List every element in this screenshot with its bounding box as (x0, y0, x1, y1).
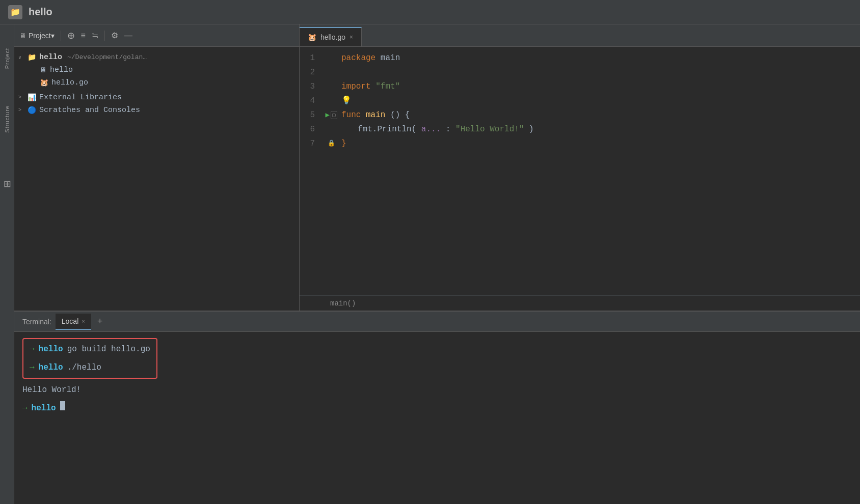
toolbar-project-label: Project▾ (29, 32, 55, 40)
collapse-icon[interactable]: ▢ (331, 111, 337, 119)
terminal-cursor (60, 401, 65, 410)
file-tree-toolbar: 🖥 Project▾ ⊕ ≡ ≒ ⚙ (14, 24, 299, 47)
tree-item-hello-root[interactable]: ∨ 📁 hello ~/Development/golan… (14, 51, 299, 64)
file-icon-binary: 🖥 (40, 66, 47, 74)
toolbar-project-dropdown[interactable]: 🖥 Project▾ (19, 32, 55, 40)
editor-footer: main() (300, 295, 860, 311)
code-line-6: 6 fmt.Println( a... : "Hello World!" ) (300, 122, 860, 136)
file-tree-content: ∨ 📁 hello ~/Development/golan… 🖥 hello (14, 47, 299, 311)
editor-tabs: 🐹 hello.go × (300, 24, 860, 47)
line-code-7: } (337, 136, 860, 151)
sidebar-label-project[interactable]: Project (3, 45, 11, 72)
lightbulb-icon[interactable]: 💡 (341, 96, 352, 105)
line-num-7: 7 (300, 136, 325, 151)
main-layout: Project Structure ⊞ 🖥 Project▾ ⊕ (0, 24, 860, 504)
title-bar-icon: 📁 (8, 5, 22, 19)
toolbar-sep-1 (61, 31, 61, 41)
tree-path-hello: ~/Development/golan… (67, 53, 147, 61)
terminal-tab-local[interactable]: Local × (56, 314, 91, 330)
tab-hello-go[interactable]: 🐹 hello.go × (300, 27, 362, 46)
code-line-3: 3 import "fmt" (300, 79, 860, 94)
toolbar-hide-btn[interactable]: — (124, 31, 132, 40)
terminal-output-line: Hello World! (22, 383, 852, 397)
line-code-6: fmt.Println( a... : "Hello World!" ) (337, 122, 860, 136)
term-cmd-2: ./hello (67, 360, 101, 375)
tab-go-icon: 🐹 (308, 33, 316, 41)
toolbar-expand-btn[interactable]: ≒ (92, 31, 98, 40)
code-line-7: 7 🔒 } (300, 136, 860, 151)
run-arrow-icon[interactable]: ▶ (325, 108, 329, 122)
tree-label-go: hello.go (51, 78, 88, 87)
line-num-1: 1 (300, 51, 325, 65)
terminal-output-text: Hello World! (22, 383, 81, 397)
term-arrow-1: → (30, 342, 35, 356)
term-arrow-2: → (30, 360, 35, 375)
top-section: 🖥 Project▾ ⊕ ≡ ≒ ⚙ (14, 24, 860, 311)
sidebar-label-extra[interactable]: ⊞ (1, 177, 14, 191)
file-icon-scratches: 🔵 (28, 106, 36, 115)
line-num-6: 6 (300, 122, 325, 136)
content-area: 🖥 Project▾ ⊕ ≡ ≒ ⚙ (14, 24, 860, 504)
editor-panel: 🐹 hello.go × 1 package main (300, 24, 860, 311)
terminal-tab-close-btn[interactable]: × (82, 318, 85, 324)
code-line-5: 5 ▶ ▢ func main () { (300, 108, 860, 122)
term-dir-1: hello (39, 342, 63, 356)
terminal-section: Terminal: Local × + → hello go build hel… (14, 311, 860, 504)
terminal-blank-1 (30, 356, 150, 360)
terminal-content[interactable]: → hello go build hello.go → hello ./hell… (14, 332, 860, 504)
sidebar-panel: Project Structure ⊞ (0, 24, 14, 504)
terminal-tab-local-label: Local (62, 317, 78, 325)
folder-icon-hello: 📁 (28, 53, 36, 62)
toolbar-sep-2 (104, 31, 105, 41)
term-dir-2: hello (39, 360, 63, 375)
tree-arrow-ext: > (18, 95, 24, 100)
code-line-4: 4 💡 (300, 94, 860, 108)
tree-item-ext-libs[interactable]: > 📊 External Libraries (14, 91, 299, 104)
file-tree-panel: 🖥 Project▾ ⊕ ≡ ≒ ⚙ (14, 24, 300, 311)
footer-hint-text: main() (330, 299, 356, 307)
tree-arrow-hello: ∨ (18, 54, 24, 61)
code-line-2: 2 (300, 65, 860, 79)
tab-close-btn[interactable]: × (350, 34, 353, 41)
file-icon-go: 🐹 (40, 78, 48, 87)
terminal-highlight-box: → hello go build hello.go → hello ./hell… (22, 338, 157, 379)
terminal-tabs-bar: Terminal: Local × + (14, 312, 860, 332)
toolbar-add-btn[interactable]: ⊕ (67, 30, 75, 41)
toolbar-collapse-btn[interactable]: ≡ (81, 31, 86, 40)
terminal-add-tab-btn[interactable]: + (95, 317, 105, 327)
sidebar-label-structure[interactable]: Structure (3, 102, 11, 136)
line-num-2: 2 (300, 65, 325, 79)
terminal-prompt-line[interactable]: → hello (22, 401, 852, 415)
tree-item-hello-binary[interactable]: 🖥 hello (14, 64, 299, 76)
terminal-label: Terminal: (22, 318, 51, 326)
tree-item-hello-go[interactable]: 🐹 hello.go (14, 76, 299, 89)
toolbar-settings-btn[interactable]: ⚙ (111, 31, 118, 40)
line-code-5: func main () { (337, 108, 860, 122)
line-code-3: import "fmt" (337, 79, 860, 94)
tab-go-filename: hello.go (320, 33, 345, 41)
file-icon-ext: 📊 (28, 93, 36, 102)
tree-label-hello: hello (39, 53, 62, 62)
line-code-4: 💡 (337, 94, 860, 108)
lock-icon: 🔒 (328, 136, 335, 151)
terminal-line-2: → hello ./hello (30, 360, 150, 375)
line-num-5: 5 (300, 108, 325, 122)
title-bar-title: hello (29, 6, 52, 18)
line-gutter-7: 🔒 (325, 136, 337, 151)
title-bar: 📁 hello (0, 0, 860, 24)
code-line-1: 1 package main (300, 51, 860, 65)
editor-content[interactable]: 1 package main 2 (300, 47, 860, 295)
tree-label-binary: hello (50, 66, 73, 74)
term-prompt-dir: hello (32, 401, 56, 415)
term-prompt-arrow: → (22, 401, 28, 415)
line-code-1: package main (337, 51, 860, 65)
terminal-line-1: → hello go build hello.go (30, 342, 150, 356)
line-gutter-5: ▶ ▢ (325, 108, 337, 122)
term-cmd-1: go build hello.go (67, 342, 150, 356)
tree-item-scratches[interactable]: > 🔵 Scratches and Consoles (14, 104, 299, 117)
tree-label-scratches: Scratches and Consoles (39, 106, 140, 115)
line-num-3: 3 (300, 79, 325, 94)
line-num-4: 4 (300, 94, 325, 108)
tree-arrow-scratches: > (18, 107, 24, 113)
terminal-blank-2 (22, 397, 852, 401)
